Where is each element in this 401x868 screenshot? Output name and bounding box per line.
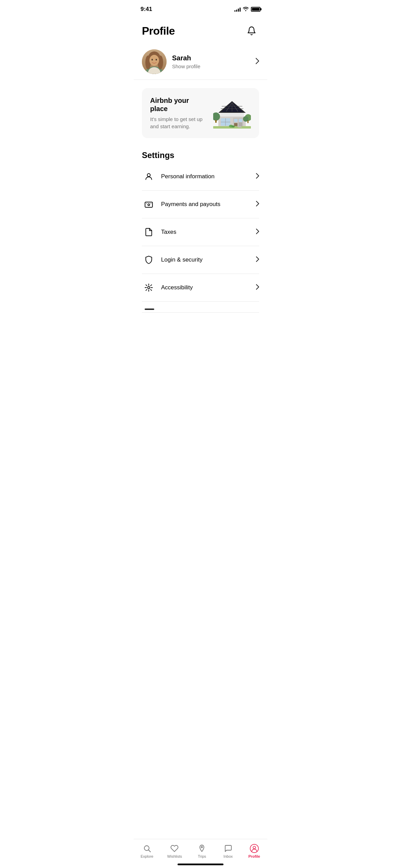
page-title: Profile — [142, 25, 175, 37]
notification-button[interactable] — [244, 23, 259, 38]
payments-payouts-label: Payments and payouts — [161, 201, 256, 208]
accessibility-icon — [142, 281, 156, 294]
airbnb-your-place-card[interactable]: Airbnb your place It's simple to get set… — [142, 88, 259, 138]
payment-icon — [142, 197, 156, 211]
settings-item-partial[interactable] — [142, 302, 259, 313]
payments-payouts-chevron-icon — [256, 201, 259, 208]
airbnb-card-description: It's simple to get set up and start earn… — [150, 116, 208, 130]
settings-section: Settings Personal information — [134, 141, 267, 313]
status-bar: 9:41 — [134, 0, 267, 16]
svg-point-10 — [156, 59, 157, 61]
airbnb-card-text: Airbnb your place It's simple to get set… — [150, 96, 213, 130]
settings-item-login-security[interactable]: Login & security — [142, 246, 259, 274]
document-icon — [142, 225, 156, 239]
settings-item-payments-payouts[interactable]: Payments and payouts — [142, 191, 259, 218]
svg-point-9 — [151, 59, 153, 61]
svg-rect-38 — [145, 202, 153, 207]
taxes-chevron-icon — [256, 229, 259, 236]
profile-row[interactable]: Sarah Show profile — [134, 44, 267, 80]
profile-chevron-icon — [256, 58, 259, 66]
svg-rect-31 — [215, 120, 217, 123]
profile-subtitle: Show profile — [172, 63, 256, 69]
battery-icon — [251, 7, 260, 12]
status-time: 9:41 — [141, 6, 152, 13]
shield-icon — [142, 253, 156, 267]
personal-information-chevron-icon — [256, 173, 259, 180]
person-icon — [142, 170, 156, 183]
page-header: Profile — [134, 16, 267, 44]
settings-list: Personal information Payments and payout… — [142, 163, 259, 313]
svg-point-37 — [147, 173, 150, 177]
accessibility-chevron-icon — [256, 284, 259, 291]
settings-item-accessibility[interactable]: Accessibility — [142, 274, 259, 302]
svg-rect-32 — [247, 120, 248, 123]
taxes-label: Taxes — [161, 229, 256, 236]
settings-item-taxes[interactable]: Taxes — [142, 218, 259, 246]
status-icons — [234, 7, 260, 12]
signal-icon — [234, 7, 241, 12]
settings-item-personal-information[interactable]: Personal information — [142, 163, 259, 191]
accessibility-label: Accessibility — [161, 284, 256, 291]
house-illustration — [213, 98, 251, 129]
wifi-icon — [243, 7, 249, 12]
svg-point-8 — [149, 55, 159, 66]
svg-point-36 — [231, 125, 235, 128]
svg-point-39 — [148, 204, 149, 205]
airbnb-card-title: Airbnb your place — [150, 96, 208, 113]
profile-name: Sarah — [172, 54, 256, 62]
settings-title: Settings — [142, 150, 259, 160]
profile-info: Sarah Show profile — [172, 54, 256, 69]
svg-point-40 — [148, 287, 150, 289]
login-security-label: Login & security — [161, 256, 256, 263]
avatar — [142, 49, 167, 74]
svg-rect-25 — [239, 119, 242, 122]
svg-rect-24 — [234, 119, 238, 122]
login-security-chevron-icon — [256, 256, 259, 263]
personal-information-label: Personal information — [161, 173, 256, 180]
